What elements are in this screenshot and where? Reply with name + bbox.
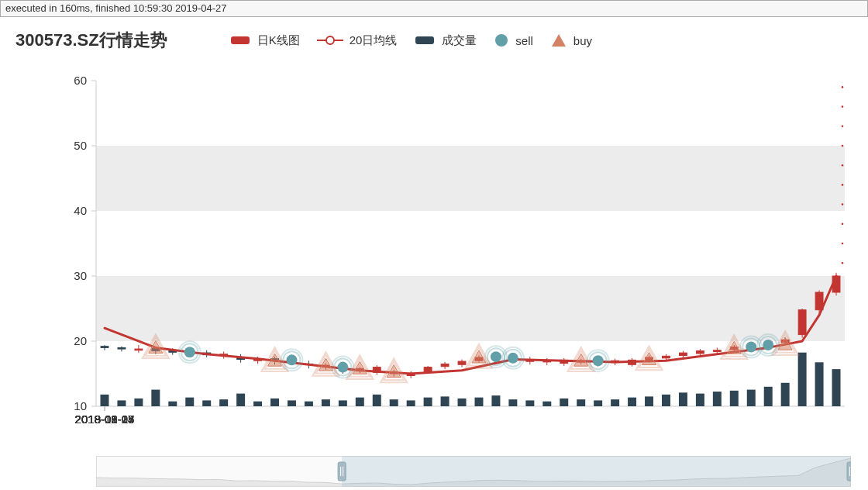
svg-text:40: 40 xyxy=(74,204,87,217)
svg-rect-65 xyxy=(542,402,551,406)
svg-point-2 xyxy=(326,36,334,44)
svg-rect-10 xyxy=(96,81,845,146)
svg-text:20: 20 xyxy=(74,334,87,347)
svg-rect-166 xyxy=(798,310,806,335)
svg-point-229 xyxy=(842,184,844,186)
svg-text:60: 60 xyxy=(74,74,87,87)
svg-rect-39 xyxy=(100,395,108,406)
svg-rect-77 xyxy=(747,390,756,406)
svg-rect-76 xyxy=(730,391,739,406)
svg-point-194 xyxy=(763,340,773,350)
svg-rect-42 xyxy=(151,390,160,406)
svg-rect-53 xyxy=(339,400,347,406)
line-hollow-circle-icon xyxy=(317,34,343,47)
svg-rect-58 xyxy=(424,398,432,406)
legend-item-volume[interactable]: 成交量 xyxy=(414,33,477,48)
svg-rect-7 xyxy=(96,276,845,341)
svg-rect-61 xyxy=(474,398,483,406)
legend-label: 20日均线 xyxy=(350,33,398,48)
svg-rect-64 xyxy=(525,400,534,406)
svg-rect-72 xyxy=(662,395,670,406)
svg-point-231 xyxy=(842,145,844,147)
legend-label: sell xyxy=(515,34,533,47)
svg-rect-47 xyxy=(236,394,245,406)
svg-rect-154 xyxy=(696,351,704,354)
svg-point-4 xyxy=(495,34,508,47)
legend-label: buy xyxy=(574,34,592,47)
svg-point-188 xyxy=(593,355,604,366)
svg-rect-57 xyxy=(407,400,415,406)
svg-rect-63 xyxy=(508,399,517,406)
svg-rect-62 xyxy=(491,395,500,406)
svg-point-182 xyxy=(491,351,501,362)
svg-rect-54 xyxy=(356,398,364,406)
svg-point-191 xyxy=(746,342,756,353)
svg-rect-237 xyxy=(338,462,346,481)
svg-point-176 xyxy=(286,354,297,365)
svg-rect-49 xyxy=(270,399,279,406)
bar-icon xyxy=(414,34,436,47)
svg-rect-55 xyxy=(373,395,381,406)
legend-item-sell[interactable]: sell xyxy=(494,33,533,48)
svg-rect-240 xyxy=(847,462,851,481)
svg-rect-86 xyxy=(118,347,126,349)
svg-rect-68 xyxy=(594,400,602,406)
svg-point-230 xyxy=(842,164,844,167)
svg-rect-43 xyxy=(168,402,177,406)
chart-title: 300573.SZ行情走势 xyxy=(16,29,167,52)
svg-rect-60 xyxy=(458,399,467,406)
svg-point-227 xyxy=(842,223,844,226)
svg-point-232 xyxy=(842,126,844,128)
svg-rect-236 xyxy=(342,456,851,487)
legend-item-buy[interactable]: buy xyxy=(550,33,592,48)
svg-rect-8 xyxy=(96,211,845,276)
svg-rect-9 xyxy=(96,146,845,211)
circle-icon xyxy=(494,33,509,48)
legend-item-ma20[interactable]: 20日均线 xyxy=(317,33,398,48)
chart-legend: 日K线图 20日均线 成交量 sell xyxy=(229,33,592,48)
legend-item-kline[interactable]: 日K线图 xyxy=(229,33,300,48)
svg-marker-5 xyxy=(552,34,566,47)
svg-point-228 xyxy=(842,203,844,205)
svg-text:2019-03-15: 2019-03-15 xyxy=(75,412,135,426)
svg-rect-56 xyxy=(390,399,398,406)
svg-text:30: 30 xyxy=(74,269,87,282)
svg-rect-51 xyxy=(305,402,313,406)
svg-rect-70 xyxy=(628,398,636,406)
svg-rect-0 xyxy=(231,36,250,44)
svg-rect-88 xyxy=(135,349,143,350)
svg-rect-66 xyxy=(560,399,568,406)
svg-rect-78 xyxy=(764,387,773,406)
svg-rect-156 xyxy=(713,350,721,352)
svg-point-234 xyxy=(842,86,844,88)
svg-rect-71 xyxy=(645,396,653,406)
svg-rect-40 xyxy=(117,400,126,406)
svg-rect-126 xyxy=(458,361,466,364)
svg-point-226 xyxy=(842,243,844,245)
svg-rect-80 xyxy=(798,353,807,406)
svg-rect-75 xyxy=(713,392,722,406)
svg-rect-73 xyxy=(679,392,687,406)
svg-point-173 xyxy=(184,347,195,357)
chart-header: 300573.SZ行情走势 日K线图 20日均线 成交量 xyxy=(0,17,868,57)
svg-rect-50 xyxy=(288,400,296,406)
svg-text:10: 10 xyxy=(74,399,87,412)
chart-canvas[interactable]: 1020304050602018-06-272018-08-072018-09-… xyxy=(8,65,860,453)
status-text: executed in 160ms, finished 10:59:30 201… xyxy=(5,2,226,14)
svg-point-225 xyxy=(842,262,844,264)
svg-rect-124 xyxy=(441,364,449,366)
triangle-icon xyxy=(550,33,567,48)
svg-rect-67 xyxy=(577,399,585,406)
data-zoom-slider[interactable] xyxy=(96,456,851,487)
legend-label: 成交量 xyxy=(442,33,477,48)
svg-rect-84 xyxy=(101,347,108,348)
svg-rect-3 xyxy=(415,36,434,44)
svg-rect-46 xyxy=(219,399,228,406)
svg-rect-45 xyxy=(202,400,211,406)
svg-rect-44 xyxy=(185,398,194,406)
svg-text:50: 50 xyxy=(74,139,87,152)
svg-rect-81 xyxy=(815,362,824,406)
svg-rect-82 xyxy=(832,369,841,406)
svg-rect-41 xyxy=(134,399,143,406)
svg-rect-52 xyxy=(322,399,330,406)
